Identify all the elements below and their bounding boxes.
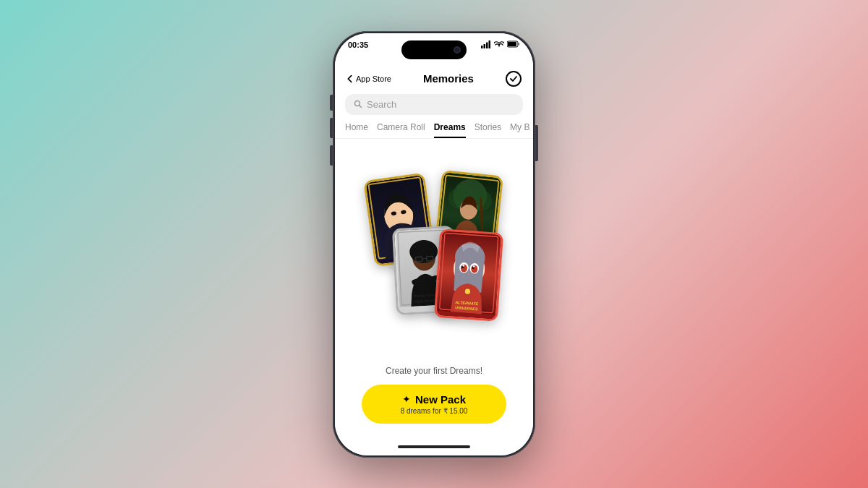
svg-line-7 — [359, 106, 362, 108]
svg-rect-2 — [486, 42, 488, 48]
volume-down-button — [330, 145, 333, 166]
content-area: Fe Fa — [335, 139, 533, 438]
tab-home[interactable]: Home — [345, 122, 368, 138]
signal-icon — [481, 40, 491, 48]
tabs-bar: Home Camera Roll Dreams Stories My B — [335, 119, 533, 139]
mute-button — [330, 95, 333, 111]
phone-screen: 00:35 — [335, 33, 533, 455]
power-button — [535, 125, 538, 161]
navigation-bar: App Store Memories — [335, 69, 533, 90]
search-placeholder: Search — [367, 99, 396, 110]
svg-rect-0 — [481, 46, 483, 48]
new-pack-button[interactable]: ✦ New Pack 8 dreams for ₹ 15.00 — [362, 385, 506, 424]
volume-up-button — [330, 118, 333, 138]
sparkle-icon: ✦ — [402, 393, 411, 405]
page-title: Memories — [423, 72, 474, 85]
create-dreams-text: Create your first Dreams! — [386, 366, 482, 376]
camera-dot — [454, 46, 461, 53]
dreams-area: Fe Fa — [335, 139, 533, 359]
new-pack-subtitle: 8 dreams for ₹ 15.00 — [401, 407, 468, 415]
status-time: 00:35 — [348, 40, 368, 49]
back-link[interactable]: App Store — [346, 74, 391, 83]
battery-icon — [507, 40, 520, 48]
tab-stories[interactable]: Stories — [475, 122, 501, 138]
tab-my-b[interactable]: My B — [510, 122, 529, 138]
tab-dreams[interactable]: Dreams — [434, 122, 466, 138]
check-circle-icon[interactable] — [506, 71, 522, 87]
phone-outer: 00:35 — [333, 31, 535, 458]
chevron-down-icon — [346, 74, 354, 83]
status-icons — [481, 40, 520, 48]
tab-camera-roll[interactable]: Camera Roll — [377, 122, 425, 138]
back-label: App Store — [356, 74, 391, 83]
new-pack-label: New Pack — [415, 393, 466, 406]
wifi-icon — [494, 40, 504, 48]
search-icon — [354, 100, 362, 108]
home-bar — [398, 445, 470, 448]
cards-container: Fe Fa — [354, 169, 514, 335]
svg-rect-5 — [508, 42, 516, 46]
dynamic-island — [401, 40, 467, 59]
search-bar[interactable]: Search — [345, 94, 523, 115]
home-indicator — [335, 438, 533, 455]
dream-card-4[interactable]: ALTERNATE UNIVERSES — [434, 228, 503, 322]
svg-rect-1 — [484, 44, 486, 48]
svg-rect-3 — [489, 40, 491, 48]
bottom-area: Create your first Dreams! ✦ New Pack 8 d… — [347, 359, 521, 438]
